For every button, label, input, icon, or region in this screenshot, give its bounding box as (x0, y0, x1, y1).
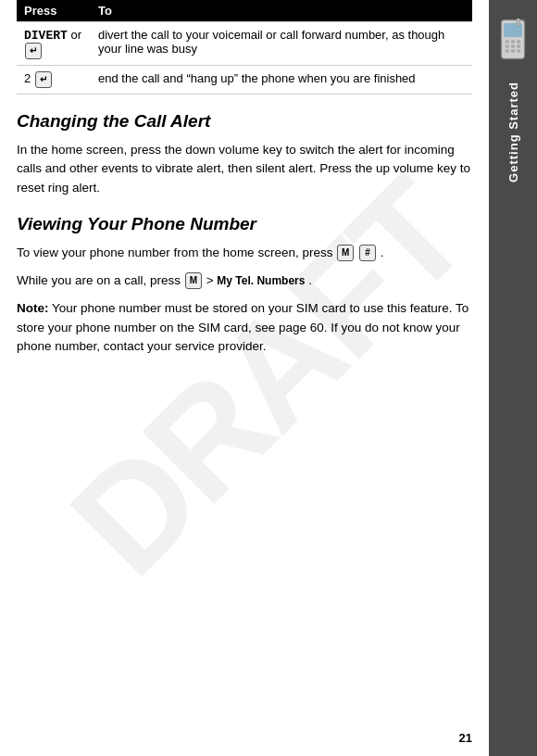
table-cell-press-2: 2 ↵ (17, 66, 91, 94)
note-text: Your phone number must be stored on your… (17, 301, 468, 353)
body1-text: To view your phone number from the home … (17, 246, 332, 259)
table-row: DIVERT or ↵ divert the call to your voic… (17, 22, 472, 66)
phone-number-body2: While you are on a call, press M > My Te… (17, 271, 472, 290)
table-cell-to-2: end the call and “hang up” the phone whe… (91, 66, 472, 94)
hash-key-icon: # (359, 245, 376, 261)
svg-rect-8 (506, 49, 509, 52)
table-row: 2 ↵ end the call and “hang up” the phone… (17, 66, 472, 94)
row2-key-icon: ↵ (35, 71, 52, 88)
divert-key-icon: ↵ (25, 43, 42, 59)
svg-rect-3 (511, 40, 515, 43)
menu-key-icon-2: M (185, 272, 202, 289)
main-content: Press To DIVERT or ↵ divert the call to … (0, 0, 489, 756)
svg-rect-4 (517, 40, 520, 43)
arrow-text: > (206, 273, 218, 287)
phone-number-body1: To view your phone number from the home … (17, 244, 472, 262)
table-header-to: To (91, 0, 472, 22)
menu-key-icon: M (337, 245, 354, 261)
section-heading-call-alert: Changing the Call Alert (17, 111, 472, 132)
menu-item-label: My Tel. Numbers (217, 274, 305, 287)
note-label: Note: (17, 301, 49, 315)
body2-end-text: . (308, 273, 312, 287)
press-table: Press To DIVERT or ↵ divert the call to … (17, 0, 472, 94)
body2-start-text: While you are on a call, press (17, 273, 181, 287)
svg-rect-2 (506, 40, 509, 43)
call-alert-body: In the home screen, press the down volum… (17, 141, 472, 197)
or-label: or (70, 28, 81, 42)
svg-rect-11 (517, 19, 519, 26)
phone-icon (494, 19, 531, 65)
svg-rect-5 (506, 44, 509, 47)
right-sidebar: Getting Started (489, 0, 537, 756)
row2-number: 2 (24, 71, 31, 85)
note-paragraph: Note: Your phone number must be stored o… (17, 299, 472, 356)
svg-rect-7 (517, 44, 520, 47)
table-header-press: Press (17, 0, 91, 22)
body1-end: . (381, 246, 384, 259)
table-cell-to-1: divert the call to your voicemail or cal… (91, 22, 472, 66)
section-heading-phone-number: Viewing Your Phone Number (17, 214, 472, 234)
svg-rect-6 (511, 44, 515, 47)
divert-label: DIVERT (24, 29, 68, 43)
svg-rect-9 (511, 49, 515, 52)
table-cell-press-1: DIVERT or ↵ (17, 22, 91, 66)
page-content: Press To DIVERT or ↵ divert the call to … (0, 0, 537, 756)
svg-rect-10 (517, 49, 520, 52)
sidebar-label: Getting Started (506, 82, 520, 183)
